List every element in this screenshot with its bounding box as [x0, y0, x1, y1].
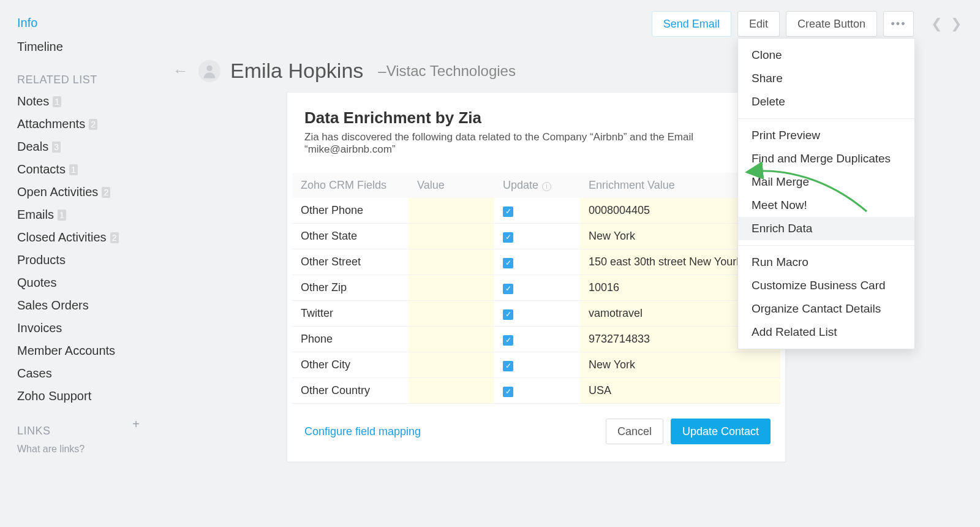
menu-item-run-macro[interactable]: Run Macro: [738, 251, 914, 274]
cancel-button[interactable]: Cancel: [606, 419, 663, 444]
update-checkbox[interactable]: ✓: [503, 207, 513, 217]
cell-field: Twitter: [292, 301, 409, 327]
menu-item-customize-business-card[interactable]: Customize Business Card: [738, 274, 914, 297]
dialog-subtitle: Zia has discovered the following data re…: [304, 131, 768, 156]
cell-field: Other Street: [292, 249, 409, 275]
more-icon: •••: [891, 18, 907, 31]
cell-value: [409, 327, 494, 352]
menu-item-enrich-data[interactable]: Enrich Data: [738, 217, 914, 240]
menu-item-find-and-merge-duplicates[interactable]: Find and Merge Duplicates: [738, 147, 914, 170]
configure-field-mapping-link[interactable]: Configure field mapping: [304, 425, 421, 438]
topbar: Send Email Edit Create Button ••• ❮ ❯: [652, 11, 962, 37]
send-email-button[interactable]: Send Email: [652, 11, 731, 37]
main: Send Email Edit Create Button ••• ❮ ❯ ← …: [153, 0, 980, 527]
menu-item-meet-now-[interactable]: Meet Now!: [738, 194, 914, 217]
cell-field: Other State: [292, 224, 409, 249]
more-actions-menu: CloneShareDelete Print PreviewFind and M…: [737, 38, 915, 349]
cell-update: ✓: [494, 327, 580, 352]
sidebar-item-sales-orders[interactable]: Sales Orders: [17, 294, 153, 317]
sidebar-tab-info[interactable]: Info: [17, 11, 153, 35]
menu-separator: [738, 245, 914, 246]
update-checkbox[interactable]: ✓: [503, 284, 513, 294]
badge: 1: [69, 164, 78, 175]
cell-value: [409, 378, 494, 404]
prev-record-icon[interactable]: ❮: [931, 16, 942, 32]
update-contact-button[interactable]: Update Contact: [671, 419, 771, 444]
record-titlebar: ← Emila Hopkins –Vistac Technologies: [173, 59, 516, 83]
contact-name: Emila Hopkins: [230, 59, 363, 83]
menu-item-share[interactable]: Share: [738, 67, 914, 90]
next-record-icon[interactable]: ❯: [951, 16, 962, 32]
menu-separator: [738, 118, 914, 119]
dialog-title: Data Enrichment by Zia: [304, 108, 768, 127]
sidebar-item-notes[interactable]: Notes1: [17, 90, 153, 113]
add-link-icon[interactable]: +: [132, 417, 140, 431]
menu-item-add-related-list[interactable]: Add Related List: [738, 320, 914, 344]
company-name: –Vistac Technologies: [378, 63, 516, 80]
cell-update: ✓: [494, 301, 580, 327]
table-row: Other Zip✓10016: [292, 275, 780, 301]
sidebar-item-cases[interactable]: Cases: [17, 362, 153, 385]
menu-item-print-preview[interactable]: Print Preview: [738, 124, 914, 147]
cell-update: ✓: [494, 275, 580, 301]
badge: 2: [102, 187, 110, 198]
badge: 1: [58, 210, 66, 221]
cell-value: [409, 224, 494, 249]
menu-item-delete[interactable]: Delete: [738, 90, 914, 113]
menu-item-clone[interactable]: Clone: [738, 44, 914, 67]
update-checkbox[interactable]: ✓: [503, 258, 513, 268]
badge: 3: [52, 142, 61, 153]
update-checkbox[interactable]: ✓: [503, 232, 513, 243]
table-row: Other Phone✓0008004405: [292, 198, 780, 224]
cell-field: Phone: [292, 327, 409, 352]
back-arrow-icon[interactable]: ←: [173, 61, 189, 80]
menu-item-organize-cantact-details[interactable]: Organize Cantact Details: [738, 297, 914, 320]
table-row: Phone✓9732714833: [292, 327, 780, 352]
sidebar-item-quotes[interactable]: Quotes: [17, 271, 153, 294]
sidebar-item-products[interactable]: Products: [17, 249, 153, 271]
col-crm-field: Zoho CRM Fields: [292, 173, 409, 198]
cell-field: Other Zip: [292, 275, 409, 301]
cell-field: Other Country: [292, 378, 409, 404]
sidebar-tab-timeline[interactable]: Timeline: [17, 35, 153, 59]
info-icon[interactable]: i: [542, 182, 551, 191]
sidebar-item-deals[interactable]: Deals3: [17, 135, 153, 158]
links-heading: LINKS: [17, 425, 51, 438]
col-value: Value: [409, 173, 494, 198]
sidebar-item-closed-activities[interactable]: Closed Activities2: [17, 226, 153, 249]
sidebar-item-attachments[interactable]: Attachments2: [17, 113, 153, 135]
table-row: Other City✓New York: [292, 352, 780, 378]
sidebar-item-emails[interactable]: Emails1: [17, 203, 153, 226]
menu-item-mail-merge[interactable]: Mail Merge: [738, 170, 914, 194]
cell-field: Other Phone: [292, 198, 409, 224]
cell-update: ✓: [494, 378, 580, 404]
update-checkbox[interactable]: ✓: [503, 309, 513, 320]
sidebar: Info Timeline RELATED LIST Notes1 Attach…: [0, 0, 153, 527]
cell-update: ✓: [494, 352, 580, 378]
cell-enrichment-value: New York: [580, 352, 780, 378]
more-actions-button[interactable]: •••: [883, 11, 914, 37]
cell-field: Other City: [292, 352, 409, 378]
cell-value: [409, 275, 494, 301]
sidebar-item-invoices[interactable]: Invoices: [17, 317, 153, 339]
sidebar-item-contacts[interactable]: Contacts1: [17, 158, 153, 181]
related-list-heading: RELATED LIST: [17, 74, 153, 86]
sidebar-item-member-accounts[interactable]: Member Accounts: [17, 339, 153, 362]
badge: 1: [53, 96, 61, 107]
cell-value: [409, 198, 494, 224]
badge: 2: [89, 119, 97, 130]
cell-value: [409, 352, 494, 378]
table-row: Other State✓New York: [292, 224, 780, 249]
edit-button[interactable]: Edit: [737, 11, 780, 37]
cell-value: [409, 249, 494, 275]
update-checkbox[interactable]: ✓: [503, 361, 513, 371]
links-hint[interactable]: What are links?: [17, 441, 153, 455]
update-checkbox[interactable]: ✓: [503, 335, 513, 346]
update-checkbox[interactable]: ✓: [503, 387, 513, 397]
sidebar-item-open-activities[interactable]: Open Activities2: [17, 181, 153, 203]
sidebar-item-zoho-support[interactable]: Zoho Support: [17, 385, 153, 408]
data-enrichment-dialog: Data Enrichment by Zia Zia has discovere…: [287, 92, 786, 462]
cell-value: [409, 301, 494, 327]
create-button-button[interactable]: Create Button: [786, 11, 877, 37]
table-row: Other Street✓150 east 30th street New Yo…: [292, 249, 780, 275]
